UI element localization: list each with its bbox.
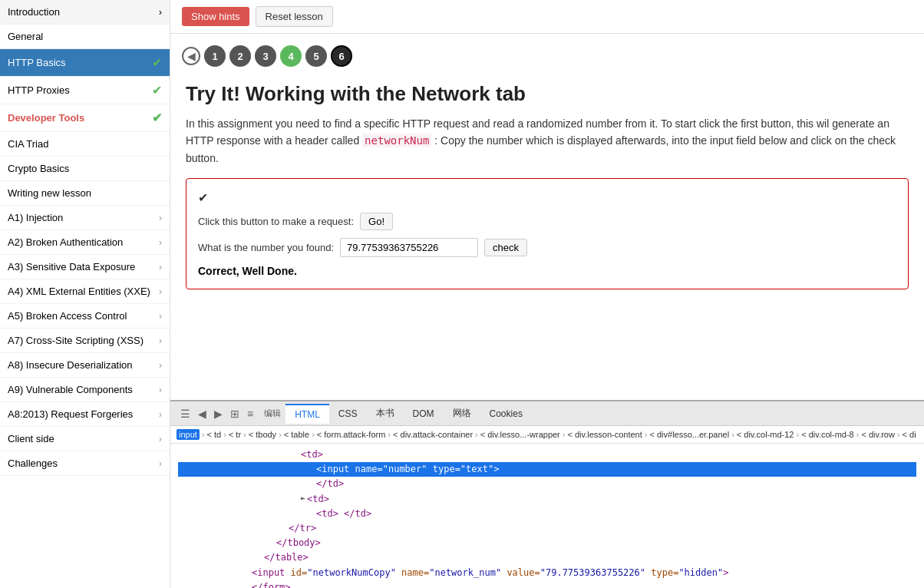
source-line: </form> [178,580,916,588]
content-area: ◀ 1 2 3 4 5 6 Try It! Working with the N… [170,34,924,400]
breadcrumb-wrapper[interactable]: < div.lesso...-wrapper [480,430,560,439]
sidebar-item-introduction[interactable]: Introduction › [0,0,170,25]
sidebar-label: General [8,31,43,42]
step-1[interactable]: 1 [204,45,226,67]
expand-icon[interactable]: ► [301,492,305,504]
sidebar-item-a8[interactable]: A8) Insecure Deserialization › [0,353,170,378]
breadcrumb-lesson-content[interactable]: < div.lesson-content [567,430,642,439]
tag-td-close: </td> [316,477,344,491]
arrow-icon: › [159,409,162,420]
devtools-menu-icon[interactable]: ☰ [178,405,193,422]
go-button[interactable]: Go! [360,213,393,230]
sidebar-label: A8:2013) Request Forgeries [8,408,133,420]
sidebar-label: A8) Insecure Deserialization [8,359,133,371]
breadcrumb-col-md-12[interactable]: < div.col-md-12 [737,430,794,439]
devtools-panel: ☰ ◀ ▶ ⊞ ≡ 编辑 HTML CSS 本书 DOM 网络 Cookies … [170,400,924,588]
sidebar-label: Challenges [8,458,58,469]
sidebar-item-a5[interactable]: A5) Broken Access Control › [0,304,170,329]
sidebar-label: A2) Broken Authentication [8,236,123,248]
reset-lesson-button[interactable]: Reset lesson [256,6,333,27]
tab-css[interactable]: CSS [329,405,367,423]
breadcrumb-input[interactable]: input [177,429,200,440]
breadcrumb-di[interactable]: < di [903,430,916,439]
sidebar-item-writing-lesson[interactable]: Writing new lesson [0,181,170,206]
sidebar-item-a8-2013[interactable]: A8:2013) Request Forgeries › [0,402,170,427]
arrow-icon: › [159,360,162,371]
devtools-grid-icon[interactable]: ⊞ [228,405,242,422]
devtools-list-icon[interactable]: ≡ [245,405,256,422]
devtools-back-icon[interactable]: ◀ [196,405,209,422]
prev-step-button[interactable]: ◀ [182,47,200,65]
breadcrumb-table[interactable]: < table [284,430,309,439]
check-icon: ✔ [152,111,162,125]
lesson-description: In this assignment you need to find a sp… [186,115,909,167]
source-line: </tr> [178,521,916,536]
tab-cookies[interactable]: Cookies [480,405,532,423]
sidebar-item-general[interactable]: General [0,25,170,49]
sidebar-label: A1) Injection [8,212,63,223]
toolbar: Show hints Reset lesson [170,0,924,34]
step-3[interactable]: 3 [255,45,276,67]
breadcrumb-row[interactable]: < div.row [861,430,895,439]
sidebar-item-a4[interactable]: A4) XML External Entities (XXE) › [0,279,170,304]
arrow-icon: › [159,434,162,444]
correct-message: Correct, Well Done. [198,265,896,277]
sidebar-item-a2[interactable]: A2) Broken Authentication › [0,230,170,255]
sidebar-label: Client side [8,433,54,444]
step-5[interactable]: 5 [305,45,327,67]
checkmark-icon: ✔ [198,190,896,205]
breadcrumb-tbody[interactable]: < tbody [249,430,276,439]
breadcrumb-attack-container[interactable]: < div.attack-container [393,430,473,439]
sidebar-label: A3) Sensitive Data Exposure [8,261,135,273]
sidebar-item-client-side[interactable]: Client side › [0,427,170,451]
source-line-input[interactable]: <input name="number" type="text"> [178,462,916,477]
assignment-box: ✔ Click this button to make a request: G… [186,178,909,289]
sidebar-item-http-basics[interactable]: HTTP Basics ✔ [0,49,170,77]
arrow-icon: › [159,311,162,322]
breadcrumb-td[interactable]: < td [207,430,222,439]
sidebar-item-a1[interactable]: A1) Injection › [0,206,170,230]
number-row: What is the number you found: check [198,238,896,257]
arrow-icon: › [159,213,162,223]
show-hints-button[interactable]: Show hints [182,7,249,26]
tag-tr-close: </tr> [289,521,316,536]
breadcrumb-form[interactable]: < form.attack-form [317,430,386,439]
sidebar-label: A7) Cross-Site Scripting (XSS) [8,335,144,346]
sidebar-item-developer-tools[interactable]: Developer Tools ✔ [0,104,170,132]
breadcrumb-tr[interactable]: < tr [229,430,241,439]
arrow-icon: › [159,6,162,18]
step-6[interactable]: 6 [331,45,352,67]
source-line: </td> [178,477,916,491]
breadcrumb-col-md-8[interactable]: < div.col-md-8 [801,430,854,439]
step-4[interactable]: 4 [280,45,302,67]
devtools-forward-icon[interactable]: ▶ [212,405,225,422]
tag-td-expand: <td> [307,492,329,507]
sidebar-item-a7[interactable]: A7) Cross-Site Scripting (XSS) › [0,329,170,353]
check-button[interactable]: check [484,239,527,256]
request-row: Click this button to make a request: Go! [198,213,896,230]
sidebar-item-challenges[interactable]: Challenges › [0,451,170,476]
sidebar-label: A4) XML External Entities (XXE) [8,286,150,297]
sidebar-label: A5) Broken Access Control [8,310,127,322]
tab-dom[interactable]: DOM [404,405,444,423]
source-line-hidden: <input id="networkNumCopy" name="network… [178,566,916,580]
sidebar-item-cia-triad[interactable]: CIA Triad [0,132,170,157]
devtools-tabbar: ☰ ◀ ▶ ⊞ ≡ 编辑 HTML CSS 本书 DOM 网络 Cookies [170,401,924,426]
breadcrumb-panel[interactable]: < div#lesso...er.panel [649,430,729,439]
check-icon: ✔ [152,55,162,70]
highlight-networknum: networkNum [362,134,431,147]
sidebar-item-a3[interactable]: A3) Sensitive Data Exposure › [0,255,170,279]
tab-network[interactable]: 网络 [444,403,480,424]
tab-html[interactable]: HTML [285,404,329,424]
sidebar-item-a9[interactable]: A9) Vulnerable Components › [0,378,170,402]
number-input[interactable] [340,238,478,257]
arrow-icon: › [159,237,162,248]
sidebar-label: Introduction [8,6,60,18]
highlighted-input-tag: <input name="number" type="text"> [316,462,499,477]
tab-book[interactable]: 本书 [367,403,404,424]
sidebar-item-http-proxies[interactable]: HTTP Proxies ✔ [0,77,170,104]
html-source: <td> <input name="number" type="text"> <… [170,444,924,588]
source-line: </tbody> [178,536,916,550]
sidebar-item-crypto-basics[interactable]: Crypto Basics [0,157,170,181]
step-2[interactable]: 2 [229,45,251,67]
